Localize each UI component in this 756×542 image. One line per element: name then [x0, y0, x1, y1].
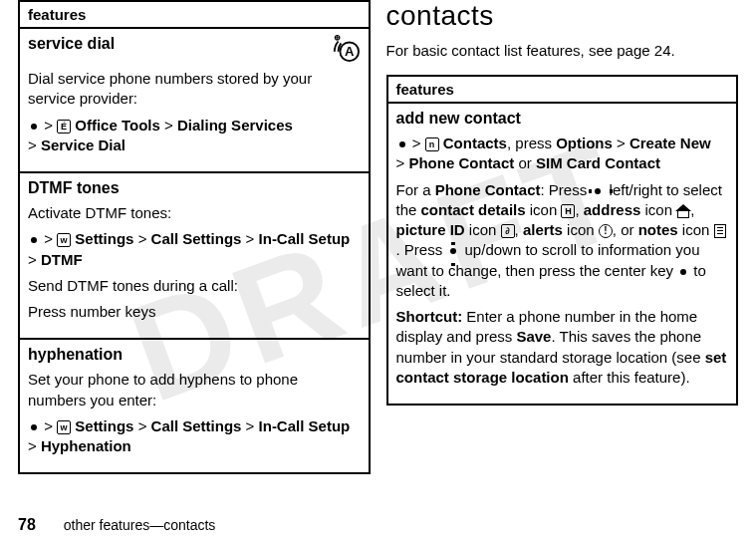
- feature-path: > w Settings > Call Settings > In-Call S…: [28, 229, 361, 270]
- feature-dtmf-tones: DTMF tones Activate DTMF tones: > w Sett…: [20, 173, 369, 340]
- right-features-table: features add new contact > n Contacts, p…: [386, 75, 739, 406]
- settings-icon: w: [57, 420, 71, 434]
- section-intro: For basic contact list features, see pag…: [386, 40, 739, 61]
- address-home-icon: [676, 204, 690, 218]
- feature-desc: Activate DTMF tones:: [28, 203, 361, 223]
- feature-desc-3: Press number keys: [28, 302, 361, 322]
- feature-service-dial: service dial A Dial service phone number…: [20, 29, 369, 173]
- notes-icon: [714, 224, 726, 238]
- at-network-icon: A: [331, 35, 361, 63]
- feature-desc: Set your phone to add hyphens to phone n…: [28, 370, 361, 410]
- center-key-icon: [28, 421, 40, 433]
- feature-add-new-contact: add new contact > n Contacts, press Opti…: [388, 104, 737, 404]
- office-tools-icon: É: [57, 120, 71, 134]
- left-column: features service dial A: [10, 0, 378, 508]
- feature-path: > w Settings > Call Settings > In-Call S…: [28, 416, 361, 457]
- center-key-icon: [28, 121, 40, 133]
- left-table-header: features: [20, 2, 369, 29]
- page-number: 78: [18, 516, 36, 534]
- page-footer: 78 other features—contacts: [18, 516, 215, 534]
- right-column: contacts For basic contact list features…: [378, 0, 747, 508]
- feature-desc-2: Send DTMF tones during a call:: [28, 276, 361, 296]
- left-features-table: features service dial A: [18, 0, 371, 474]
- feature-path: > É Office Tools > Dialing Services > Se…: [28, 116, 361, 156]
- settings-icon: w: [57, 233, 71, 247]
- right-table-header: features: [388, 77, 737, 104]
- center-key-icon: [396, 138, 408, 150]
- svg-text:A: A: [345, 44, 355, 59]
- feature-title-text: add new contact: [396, 110, 521, 128]
- nav-left-right-icon: [591, 184, 605, 198]
- center-key-icon: [28, 234, 40, 246]
- picture-id-icon: ∂: [501, 224, 515, 238]
- feature-instructions: For a Phone Contact: Press left/right to…: [396, 180, 729, 302]
- footer-text: other features—contacts: [64, 517, 216, 533]
- feature-title-text: service dial: [28, 35, 115, 53]
- section-heading-contacts: contacts: [386, 0, 739, 32]
- feature-hyphenation: hyphenation Set your phone to add hyphen…: [20, 340, 369, 472]
- feature-shortcut: Shortcut: Enter a phone number in the ho…: [396, 307, 729, 388]
- alerts-icon: !: [599, 224, 613, 238]
- center-key-icon: [677, 266, 689, 278]
- contacts-icon: n: [425, 137, 439, 151]
- feature-desc: Dial service phone numbers stored by you…: [28, 69, 361, 110]
- feature-path: > n Contacts, press Options > Create New…: [396, 134, 729, 174]
- page-content: features service dial A: [0, 0, 756, 508]
- contact-details-icon: H: [561, 204, 575, 218]
- feature-title-text: DTMF tones: [28, 179, 120, 197]
- nav-up-down-icon: [446, 244, 460, 258]
- feature-title-text: hyphenation: [28, 346, 123, 364]
